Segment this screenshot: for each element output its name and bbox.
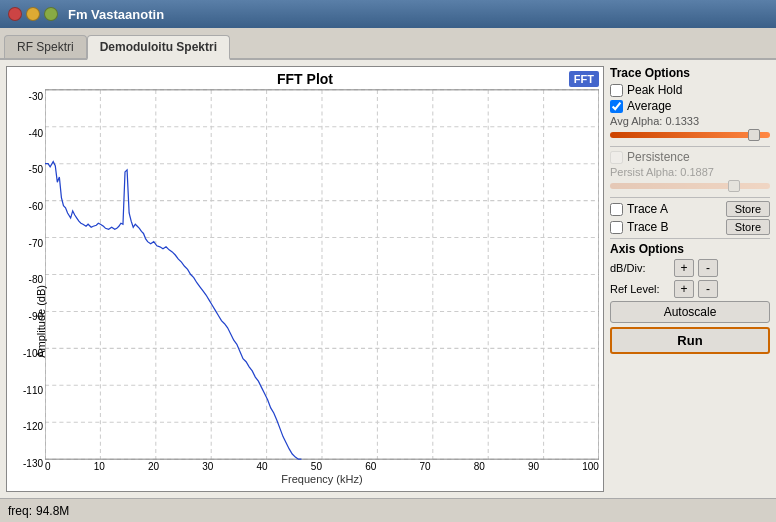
trace-options-title: Trace Options xyxy=(610,66,770,80)
main-content: FFT Plot FFT -30 -40 -50 -60 -70 -80 -90… xyxy=(0,60,776,498)
window-title: Fm Vastaanotin xyxy=(68,7,164,22)
average-checkbox[interactable] xyxy=(610,100,623,113)
y-tick-2: -50 xyxy=(7,164,43,175)
y-tick-3: -60 xyxy=(7,201,43,212)
x-tick-2: 20 xyxy=(148,461,159,472)
peak-hold-checkbox[interactable] xyxy=(610,84,623,97)
persistence-row: Persistence xyxy=(610,150,770,164)
window-controls xyxy=(8,7,58,21)
plot-inner: -30 -40 -50 -60 -70 -80 -90 -100 -110 -1… xyxy=(7,89,603,491)
ref-level-label: Ref Level: xyxy=(610,283,670,295)
divider-2 xyxy=(610,197,770,198)
trace-a-label: Trace A xyxy=(627,202,722,216)
run-button[interactable]: Run xyxy=(610,327,770,354)
peak-hold-label: Peak Hold xyxy=(627,83,682,97)
x-tick-5: 50 xyxy=(311,461,322,472)
x-tick-1: 10 xyxy=(94,461,105,472)
trace-a-row: Trace A Store xyxy=(610,201,770,217)
close-button[interactable] xyxy=(8,7,22,21)
x-tick-0: 0 xyxy=(45,461,51,472)
y-axis: -30 -40 -50 -60 -70 -80 -90 -100 -110 -1… xyxy=(7,89,45,487)
trace-b-row: Trace B Store xyxy=(610,219,770,235)
trace-b-label: Trace B xyxy=(627,220,722,234)
trace-b-checkbox[interactable] xyxy=(610,221,623,234)
x-tick-7: 70 xyxy=(419,461,430,472)
persistence-label: Persistence xyxy=(627,150,690,164)
ref-level-row: Ref Level: + - xyxy=(610,280,770,298)
persist-alpha-row: Persist Alpha: 0.1887 xyxy=(610,166,770,193)
trace-a-checkbox[interactable] xyxy=(610,203,623,216)
maximize-button[interactable] xyxy=(44,7,58,21)
chart-and-x: 0 10 20 30 40 50 60 70 80 90 100 Frequen… xyxy=(45,89,599,487)
db-div-plus-button[interactable]: + xyxy=(674,259,694,277)
y-tick-0: -30 xyxy=(7,91,43,102)
x-tick-9: 90 xyxy=(528,461,539,472)
y-tick-5: -80 xyxy=(7,274,43,285)
plot-area: FFT Plot FFT -30 -40 -50 -60 -70 -80 -90… xyxy=(6,66,604,492)
avg-alpha-row: Avg Alpha: 0.1333 xyxy=(610,115,770,142)
db-div-minus-button[interactable]: - xyxy=(698,259,718,277)
status-bar: freq: 94.8M xyxy=(0,498,776,522)
y-tick-10: -130 xyxy=(7,458,43,469)
fft-badge[interactable]: FFT xyxy=(569,71,599,87)
y-tick-9: -120 xyxy=(7,421,43,432)
tab-bar: RF Spektri Demoduloitu Spektri xyxy=(0,28,776,60)
freq-value: 94.8M xyxy=(36,504,69,518)
persist-alpha-label: Persist Alpha: 0.1887 xyxy=(610,166,770,178)
tab-demoduloitu-spektri[interactable]: Demoduloitu Spektri xyxy=(87,35,230,60)
freq-label: freq: xyxy=(8,504,32,518)
y-tick-8: -110 xyxy=(7,385,43,396)
right-panel: Trace Options Peak Hold Average Avg Alph… xyxy=(610,66,770,492)
minimize-button[interactable] xyxy=(26,7,40,21)
store-b-button[interactable]: Store xyxy=(726,219,770,235)
average-row: Average xyxy=(610,99,770,113)
peak-hold-row: Peak Hold xyxy=(610,83,770,97)
x-tick-8: 80 xyxy=(474,461,485,472)
persistence-checkbox[interactable] xyxy=(610,151,623,164)
y-tick-4: -70 xyxy=(7,238,43,249)
avg-alpha-label: Avg Alpha: 0.1333 xyxy=(610,115,770,127)
trace-options-section: Trace Options Peak Hold Average Avg Alph… xyxy=(610,66,770,354)
ref-level-minus-button[interactable]: - xyxy=(698,280,718,298)
x-axis-label: Frequency (kHz) xyxy=(45,472,599,487)
db-div-label: dB/Div: xyxy=(610,262,670,274)
y-tick-1: -40 xyxy=(7,128,43,139)
persist-alpha-slider xyxy=(610,181,770,191)
chart-svg xyxy=(45,89,599,460)
db-div-row: dB/Div: + - xyxy=(610,259,770,277)
average-label: Average xyxy=(627,99,671,113)
x-axis-ticks: 0 10 20 30 40 50 60 70 80 90 100 xyxy=(45,460,599,472)
chart-container xyxy=(45,89,599,460)
y-tick-6: -90 xyxy=(7,311,43,322)
divider-3 xyxy=(610,238,770,239)
y-tick-7: -100 xyxy=(7,348,43,359)
tab-rf-spektri[interactable]: RF Spektri xyxy=(4,35,87,58)
store-a-button[interactable]: Store xyxy=(726,201,770,217)
title-bar: Fm Vastaanotin xyxy=(0,0,776,28)
x-tick-6: 60 xyxy=(365,461,376,472)
x-tick-10: 100 xyxy=(582,461,599,472)
avg-alpha-slider[interactable] xyxy=(610,130,770,140)
x-tick-4: 40 xyxy=(257,461,268,472)
plot-title: FFT Plot xyxy=(7,67,603,89)
divider-1 xyxy=(610,146,770,147)
axis-options-title: Axis Options xyxy=(610,242,770,256)
x-tick-3: 30 xyxy=(202,461,213,472)
autoscale-button[interactable]: Autoscale xyxy=(610,301,770,323)
ref-level-plus-button[interactable]: + xyxy=(674,280,694,298)
